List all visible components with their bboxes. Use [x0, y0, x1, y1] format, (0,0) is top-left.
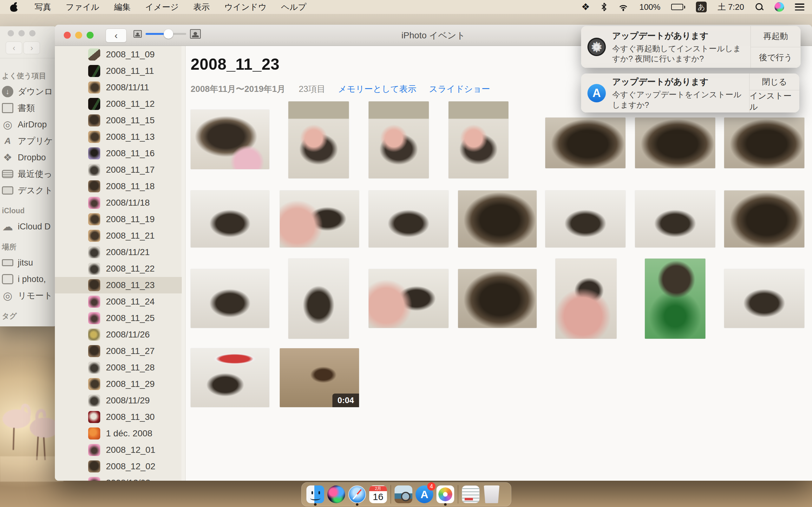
event-list-item[interactable]: 2008/11/11: [55, 79, 182, 96]
event-list-item[interactable]: 2008_11_21: [55, 228, 182, 244]
event-list-item[interactable]: 2008_11_13: [55, 129, 182, 145]
menubar-menu-item[interactable]: ヘルプ: [274, 0, 314, 14]
photo-thumbnail[interactable]: [724, 118, 804, 168]
photo-thumbnail[interactable]: [368, 269, 449, 328]
photo-thumbnail[interactable]: [645, 259, 705, 339]
photo-thumbnail[interactable]: [458, 190, 537, 247]
event-list-item[interactable]: 2008_11_15: [55, 112, 182, 129]
event-list-item[interactable]: 2008_11_11: [55, 63, 182, 79]
finder-sidebar-item[interactable]: i photo,: [2, 271, 57, 287]
event-list-item[interactable]: 2008_11_25: [55, 310, 182, 326]
event-list-item[interactable]: 2008_11_19: [55, 211, 182, 228]
finder-sidebar-item[interactable]: 最近使っ: [2, 166, 57, 182]
finder-sidebar-item[interactable]: デスクト: [2, 182, 57, 199]
finder-sidebar-item[interactable]: ダウンロ: [2, 83, 57, 100]
notification-center-icon[interactable]: [795, 3, 804, 10]
menubar-menu-item[interactable]: イメージ: [138, 0, 186, 14]
finder-sidebar-item[interactable]: Dropbo: [2, 149, 57, 166]
event-list-item[interactable]: 2008_11_30: [55, 409, 182, 425]
finder-sidebar-item[interactable]: AirDrop: [2, 116, 57, 133]
finder-sidebar-item[interactable]: jitsu: [2, 255, 57, 271]
menubar-menu-item[interactable]: 写真: [27, 0, 58, 14]
event-list-item[interactable]: 2008_11_23: [55, 277, 182, 293]
event-list-item[interactable]: 2008_11_12: [55, 96, 182, 112]
spotlight-search-icon[interactable]: [755, 3, 764, 11]
photo-thumbnail[interactable]: 0:04: [280, 348, 359, 407]
thumbnail-size-slider[interactable]: [146, 29, 186, 39]
photo-thumbnail[interactable]: [368, 190, 449, 247]
event-list-item[interactable]: 2008/11/18: [55, 194, 182, 211]
dock-item[interactable]: [460, 483, 481, 506]
photo-thumbnail[interactable]: [545, 190, 625, 247]
photo-thumbnail[interactable]: [449, 101, 508, 178]
event-list-item[interactable]: 2008/12/02: [55, 475, 182, 481]
dock-item[interactable]: [347, 483, 368, 506]
dropbox-status-icon[interactable]: ❖: [581, 2, 590, 12]
close-button[interactable]: 閉じる: [750, 73, 799, 90]
dock-item[interactable]: [481, 483, 502, 506]
input-method-badge[interactable]: あ: [696, 2, 707, 12]
dock-item[interactable]: [456, 483, 460, 506]
dock-item[interactable]: [393, 483, 414, 506]
photo-thumbnail[interactable]: [288, 259, 349, 339]
event-list-item[interactable]: 1 déc. 2008: [55, 425, 182, 442]
sidebar-scrollbar-gutter[interactable]: [182, 46, 185, 481]
dock-item[interactable]: [389, 483, 393, 506]
photo-thumbnail[interactable]: [280, 190, 359, 247]
battery-icon[interactable]: ⚡: [671, 4, 685, 10]
finder-forward-button[interactable]: ›: [23, 42, 40, 54]
dock-item[interactable]: [305, 483, 326, 506]
menubar-menu-item[interactable]: ファイル: [58, 0, 107, 14]
event-list-item[interactable]: 2008_11_18: [55, 178, 182, 194]
restart-button[interactable]: 再起動: [751, 26, 801, 47]
photo-thumbnail[interactable]: [368, 101, 429, 178]
finder-sidebar-item[interactable]: タグ: [2, 308, 57, 324]
finder-sidebar-item[interactable]: 場所: [2, 239, 57, 255]
apple-menu-icon[interactable]: [10, 2, 18, 12]
photo-thumbnail[interactable]: [288, 101, 349, 178]
finder-sidebar-item[interactable]: グリーン: [2, 324, 57, 326]
back-button[interactable]: ‹: [106, 29, 126, 43]
finder-sidebar-item[interactable]: リモート: [2, 287, 57, 304]
photo-thumbnail[interactable]: [555, 259, 617, 339]
menubar-clock[interactable]: 土 7:20: [717, 2, 744, 13]
event-list-item[interactable]: 2008_11_24: [55, 293, 182, 310]
dock-item[interactable]: 2月 16: [368, 483, 389, 506]
finder-sidebar-item[interactable]: iCloud: [2, 203, 57, 218]
install-button[interactable]: インストール: [750, 90, 799, 112]
event-list-item[interactable]: 2008/11/21: [55, 244, 182, 261]
photo-thumbnail[interactable]: [545, 118, 625, 168]
photo-thumbnail[interactable]: [191, 269, 269, 328]
event-list-item[interactable]: 2008/11/29: [55, 392, 182, 409]
photo-thumbnail[interactable]: [191, 190, 269, 247]
bluetooth-icon[interactable]: [601, 2, 607, 12]
photo-thumbnail[interactable]: [724, 190, 804, 247]
event-list-item[interactable]: 2008_11_28: [55, 359, 182, 376]
event-list-item[interactable]: 2008_11_17: [55, 162, 182, 178]
finder-sidebar-item[interactable]: iCloud D: [2, 218, 57, 235]
slideshow-link[interactable]: スライドショー: [429, 83, 490, 95]
event-list-item[interactable]: 2008_11_29: [55, 376, 182, 392]
finder-sidebar-item[interactable]: よく使う項目: [2, 68, 57, 83]
notification-software-update[interactable]: アップデートがあります 今すぐ再起動してインストールしますか? 夜間に行いますか…: [581, 26, 801, 68]
finder-back-button[interactable]: ‹: [6, 42, 22, 54]
event-list-item[interactable]: 2008_11_09: [55, 46, 182, 63]
photo-thumbnail[interactable]: [191, 348, 269, 407]
finder-sidebar-item[interactable]: 書類: [2, 100, 57, 116]
photo-thumbnail[interactable]: [724, 269, 804, 328]
dock-item[interactable]: [435, 483, 456, 506]
notification-appstore-update[interactable]: アップデートがあります 今すぐアップデートをインストールしますか? 閉じる イン…: [581, 73, 799, 112]
event-list-item[interactable]: 2008_12_02: [55, 458, 182, 475]
photos-traffic-lights[interactable]: [64, 32, 94, 39]
event-list-item[interactable]: 2008/11/26: [55, 326, 182, 343]
menubar-menu-item[interactable]: ウインドウ: [217, 0, 274, 14]
dock-item[interactable]: [326, 483, 347, 506]
siri-icon[interactable]: [774, 2, 784, 12]
photo-thumbnail[interactable]: [635, 190, 715, 247]
show-as-memory-link[interactable]: メモリーとして表示: [338, 83, 416, 95]
wifi-icon[interactable]: [618, 3, 629, 11]
event-list-item[interactable]: 2008_11_27: [55, 343, 182, 359]
later-button[interactable]: 後で行う: [751, 47, 801, 68]
event-list-item[interactable]: 2008_11_16: [55, 145, 182, 162]
photo-thumbnail[interactable]: [635, 118, 715, 168]
